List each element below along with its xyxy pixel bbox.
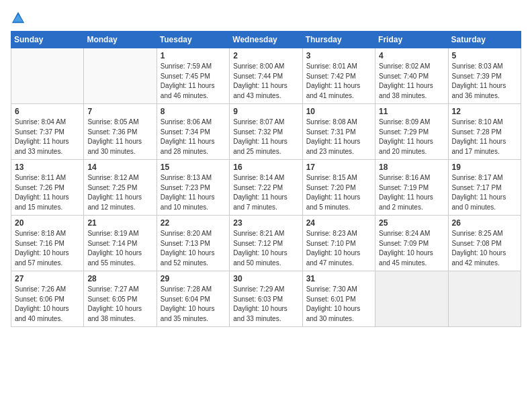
day-info: Sunrise: 8:01 AMSunset: 7:42 PMDaylight:… bbox=[306, 62, 371, 101]
day-info: Sunrise: 8:21 AMSunset: 7:12 PMDaylight:… bbox=[233, 229, 298, 268]
day-number: 11 bbox=[379, 107, 444, 116]
logo bbox=[11, 11, 27, 26]
day-info: Sunrise: 8:23 AMSunset: 7:10 PMDaylight:… bbox=[306, 229, 371, 268]
day-info: Sunrise: 8:18 AMSunset: 7:16 PMDaylight:… bbox=[15, 229, 80, 268]
day-number: 12 bbox=[452, 107, 517, 116]
day-info: Sunrise: 8:19 AMSunset: 7:14 PMDaylight:… bbox=[87, 229, 152, 268]
calendar-cell: 12Sunrise: 8:10 AMSunset: 7:28 PMDayligh… bbox=[448, 104, 521, 160]
calendar-cell: 22Sunrise: 8:20 AMSunset: 7:13 PMDayligh… bbox=[157, 216, 229, 271]
day-info: Sunrise: 8:13 AMSunset: 7:23 PMDaylight:… bbox=[161, 173, 226, 212]
day-info: Sunrise: 7:29 AMSunset: 6:03 PMDaylight:… bbox=[233, 285, 298, 324]
day-info: Sunrise: 8:15 AMSunset: 7:20 PMDaylight:… bbox=[306, 173, 371, 212]
calendar-cell: 4Sunrise: 8:02 AMSunset: 7:40 PMDaylight… bbox=[375, 48, 448, 104]
day-number: 21 bbox=[87, 218, 152, 228]
weekday-header-friday: Friday bbox=[375, 32, 448, 48]
calendar-cell: 20Sunrise: 8:18 AMSunset: 7:16 PMDayligh… bbox=[11, 216, 84, 271]
calendar-cell: 23Sunrise: 8:21 AMSunset: 7:12 PMDayligh… bbox=[230, 216, 302, 271]
day-info: Sunrise: 8:09 AMSunset: 7:29 PMDaylight:… bbox=[379, 118, 444, 156]
day-number: 25 bbox=[379, 218, 444, 228]
day-info: Sunrise: 8:00 AMSunset: 7:44 PMDaylight:… bbox=[233, 62, 298, 101]
day-number: 6 bbox=[15, 107, 80, 116]
day-info: Sunrise: 8:24 AMSunset: 7:09 PMDaylight:… bbox=[379, 229, 444, 268]
day-info: Sunrise: 8:02 AMSunset: 7:40 PMDaylight:… bbox=[379, 62, 444, 101]
calendar-cell: 27Sunrise: 7:26 AMSunset: 6:06 PMDayligh… bbox=[11, 271, 84, 327]
day-number: 24 bbox=[306, 218, 371, 228]
day-info: Sunrise: 8:05 AMSunset: 7:36 PMDaylight:… bbox=[87, 118, 152, 156]
day-number: 10 bbox=[306, 107, 371, 116]
calendar-table: SundayMondayTuesdayWednesdayThursdayFrid… bbox=[11, 31, 521, 327]
calendar-cell: 9Sunrise: 8:07 AMSunset: 7:32 PMDaylight… bbox=[230, 104, 302, 160]
calendar-cell bbox=[84, 48, 157, 104]
calendar-cell: 1Sunrise: 7:59 AMSunset: 7:45 PMDaylight… bbox=[157, 48, 229, 104]
calendar-cell: 30Sunrise: 7:29 AMSunset: 6:03 PMDayligh… bbox=[230, 271, 302, 327]
day-number: 8 bbox=[161, 107, 226, 116]
weekday-header-sunday: Sunday bbox=[11, 32, 84, 48]
day-info: Sunrise: 8:03 AMSunset: 7:39 PMDaylight:… bbox=[452, 62, 517, 101]
calendar-cell: 16Sunrise: 8:14 AMSunset: 7:22 PMDayligh… bbox=[230, 160, 302, 216]
calendar-cell: 5Sunrise: 8:03 AMSunset: 7:39 PMDaylight… bbox=[448, 48, 521, 104]
day-number: 4 bbox=[379, 51, 444, 60]
calendar-cell: 2Sunrise: 8:00 AMSunset: 7:44 PMDaylight… bbox=[230, 48, 302, 104]
calendar-cell: 10Sunrise: 8:08 AMSunset: 7:31 PMDayligh… bbox=[302, 104, 375, 160]
day-info: Sunrise: 8:17 AMSunset: 7:17 PMDaylight:… bbox=[452, 173, 517, 212]
day-info: Sunrise: 8:25 AMSunset: 7:08 PMDaylight:… bbox=[452, 229, 517, 268]
calendar-cell: 17Sunrise: 8:15 AMSunset: 7:20 PMDayligh… bbox=[302, 160, 375, 216]
day-info: Sunrise: 7:59 AMSunset: 7:45 PMDaylight:… bbox=[161, 62, 226, 101]
calendar-cell bbox=[448, 271, 521, 327]
calendar-cell: 19Sunrise: 8:17 AMSunset: 7:17 PMDayligh… bbox=[448, 160, 521, 216]
calendar-cell: 26Sunrise: 8:25 AMSunset: 7:08 PMDayligh… bbox=[448, 216, 521, 271]
day-info: Sunrise: 8:14 AMSunset: 7:22 PMDaylight:… bbox=[233, 173, 298, 212]
day-info: Sunrise: 7:30 AMSunset: 6:01 PMDaylight:… bbox=[306, 285, 371, 324]
day-info: Sunrise: 7:28 AMSunset: 6:04 PMDaylight:… bbox=[161, 285, 226, 324]
calendar-week-4: 20Sunrise: 8:18 AMSunset: 7:16 PMDayligh… bbox=[11, 216, 521, 271]
calendar-cell: 25Sunrise: 8:24 AMSunset: 7:09 PMDayligh… bbox=[375, 216, 448, 271]
day-info: Sunrise: 7:26 AMSunset: 6:06 PMDaylight:… bbox=[15, 285, 80, 324]
day-number: 27 bbox=[15, 274, 80, 283]
day-info: Sunrise: 7:27 AMSunset: 6:05 PMDaylight:… bbox=[87, 285, 152, 324]
day-number: 23 bbox=[233, 218, 298, 228]
weekday-header-thursday: Thursday bbox=[302, 32, 375, 48]
day-number: 28 bbox=[87, 274, 152, 283]
calendar-cell: 6Sunrise: 8:04 AMSunset: 7:37 PMDaylight… bbox=[11, 104, 84, 160]
calendar-cell bbox=[375, 271, 448, 327]
day-number: 22 bbox=[161, 218, 226, 228]
calendar-cell bbox=[11, 48, 84, 104]
day-info: Sunrise: 8:11 AMSunset: 7:26 PMDaylight:… bbox=[15, 173, 80, 212]
calendar-cell: 18Sunrise: 8:16 AMSunset: 7:19 PMDayligh… bbox=[375, 160, 448, 216]
weekday-header-monday: Monday bbox=[84, 32, 157, 48]
calendar-cell: 28Sunrise: 7:27 AMSunset: 6:05 PMDayligh… bbox=[84, 271, 157, 327]
logo-icon bbox=[11, 11, 26, 26]
day-info: Sunrise: 8:04 AMSunset: 7:37 PMDaylight:… bbox=[15, 118, 80, 156]
weekday-header-row: SundayMondayTuesdayWednesdayThursdayFrid… bbox=[11, 32, 521, 48]
day-number: 15 bbox=[161, 163, 226, 172]
weekday-header-wednesday: Wednesday bbox=[230, 32, 302, 48]
day-info: Sunrise: 8:07 AMSunset: 7:32 PMDaylight:… bbox=[233, 118, 298, 156]
calendar-cell: 7Sunrise: 8:05 AMSunset: 7:36 PMDaylight… bbox=[84, 104, 157, 160]
day-number: 1 bbox=[161, 51, 226, 60]
calendar-week-5: 27Sunrise: 7:26 AMSunset: 6:06 PMDayligh… bbox=[11, 271, 521, 327]
svg-marker-1 bbox=[13, 15, 24, 22]
day-number: 20 bbox=[15, 218, 80, 228]
day-number: 26 bbox=[452, 218, 517, 228]
weekday-header-saturday: Saturday bbox=[448, 32, 521, 48]
day-info: Sunrise: 8:10 AMSunset: 7:28 PMDaylight:… bbox=[452, 118, 517, 156]
day-number: 31 bbox=[306, 274, 371, 283]
day-number: 9 bbox=[233, 107, 298, 116]
day-number: 14 bbox=[87, 163, 152, 172]
day-info: Sunrise: 8:08 AMSunset: 7:31 PMDaylight:… bbox=[306, 118, 371, 156]
day-number: 3 bbox=[306, 51, 371, 60]
day-number: 7 bbox=[87, 107, 152, 116]
calendar-cell: 24Sunrise: 8:23 AMSunset: 7:10 PMDayligh… bbox=[302, 216, 375, 271]
day-number: 2 bbox=[233, 51, 298, 60]
page-header bbox=[11, 11, 521, 26]
day-info: Sunrise: 8:12 AMSunset: 7:25 PMDaylight:… bbox=[87, 173, 152, 212]
calendar-cell: 21Sunrise: 8:19 AMSunset: 7:14 PMDayligh… bbox=[84, 216, 157, 271]
calendar-week-3: 13Sunrise: 8:11 AMSunset: 7:26 PMDayligh… bbox=[11, 160, 521, 216]
day-info: Sunrise: 8:06 AMSunset: 7:34 PMDaylight:… bbox=[161, 118, 226, 156]
day-info: Sunrise: 8:16 AMSunset: 7:19 PMDaylight:… bbox=[379, 173, 444, 212]
day-number: 16 bbox=[233, 163, 298, 172]
day-number: 29 bbox=[161, 274, 226, 283]
day-number: 17 bbox=[306, 163, 371, 172]
day-number: 19 bbox=[452, 163, 517, 172]
day-info: Sunrise: 8:20 AMSunset: 7:13 PMDaylight:… bbox=[161, 229, 226, 268]
